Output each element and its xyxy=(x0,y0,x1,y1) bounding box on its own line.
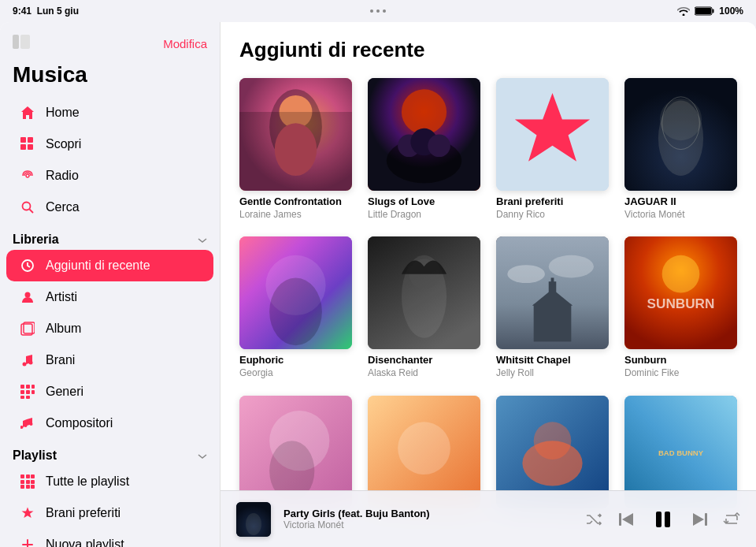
next-button[interactable] xyxy=(690,512,707,527)
artisti-label: Artisti xyxy=(46,290,77,304)
playlist-section-header[interactable]: Playlist xyxy=(0,439,220,466)
brani-preferiti-label: Brani preferiti xyxy=(46,506,120,520)
app-container: Modifica Musica Home Scopri xyxy=(0,22,756,547)
tutte-playlist-icon xyxy=(19,473,36,490)
brani-icon xyxy=(19,352,36,369)
sidebar-nav-home[interactable]: Home xyxy=(6,97,213,128)
prev-button[interactable] xyxy=(619,512,636,527)
sidebar-item-artisti[interactable]: Artisti xyxy=(6,281,213,313)
svg-rect-38 xyxy=(27,539,28,547)
album-title-disenchanter: Disenchanter xyxy=(368,354,480,367)
player-controls xyxy=(586,508,740,530)
radio-label: Radio xyxy=(46,169,79,183)
now-playing-info: Party Girls (feat. Buju Banton) Victoria… xyxy=(284,508,573,530)
svg-rect-19 xyxy=(26,385,30,389)
artisti-icon xyxy=(19,288,36,306)
sidebar-item-tutte-playlist[interactable]: Tutte le playlist xyxy=(6,466,213,497)
sidebar-nav-scopri[interactable]: Scopri xyxy=(6,128,213,160)
libreria-section-header[interactable]: Libreria xyxy=(0,223,220,250)
sidebar-nav-radio[interactable]: Radio xyxy=(6,160,213,192)
wifi-icon xyxy=(677,6,690,16)
svg-rect-36 xyxy=(26,485,30,489)
sidebar-header: Modifica xyxy=(0,35,220,59)
sidebar-item-brani-preferiti[interactable]: Brani preferiti xyxy=(6,497,213,529)
shuffle-button[interactable] xyxy=(586,512,603,527)
svg-rect-3 xyxy=(13,35,19,49)
playlist-title: Playlist xyxy=(13,448,57,463)
cerca-label: Cerca xyxy=(46,200,80,214)
svg-rect-21 xyxy=(20,390,24,394)
svg-rect-20 xyxy=(32,385,35,389)
pause-button[interactable] xyxy=(652,508,674,530)
cerca-icon xyxy=(19,199,36,216)
album-cover-disenchanter xyxy=(368,236,480,349)
playlist-chevron xyxy=(198,449,207,462)
svg-rect-85 xyxy=(619,513,621,526)
svg-rect-39 xyxy=(22,544,33,545)
svg-point-17 xyxy=(29,361,33,365)
svg-rect-7 xyxy=(20,144,26,150)
album-artist-disenchanter: Alaska Reid xyxy=(368,367,480,380)
radio-icon xyxy=(19,167,36,184)
svg-point-42 xyxy=(280,95,313,128)
svg-text:SUNBURN: SUNBURN xyxy=(647,296,715,311)
album-cover-brani-preferiti xyxy=(496,78,609,191)
sidebar-item-compositori[interactable]: Compositori xyxy=(6,407,213,439)
album-cover-gentle-confrontation xyxy=(239,78,352,191)
svg-rect-24 xyxy=(20,396,24,399)
svg-point-83 xyxy=(246,513,261,535)
svg-rect-89 xyxy=(705,513,707,526)
brani-label: Brani xyxy=(46,353,75,367)
svg-point-58 xyxy=(269,278,322,346)
status-right: 100% xyxy=(677,6,743,17)
plus-icon xyxy=(19,536,36,547)
svg-rect-34 xyxy=(31,480,35,484)
svg-rect-31 xyxy=(31,474,35,478)
album-artist-slugs-of-love: Little Dragon xyxy=(368,209,480,221)
now-playing-artist: Victoria Monét xyxy=(284,519,573,530)
album-whitsitt-chapel[interactable]: Whitsitt Chapel Jelly Roll xyxy=(496,236,609,379)
now-playing-album-art[interactable] xyxy=(236,502,271,537)
album-cover-euphoric xyxy=(239,236,352,349)
album-slugs-of-love[interactable]: Slugs of Love Little Dragon xyxy=(368,78,480,221)
svg-point-10 xyxy=(23,203,31,210)
sidebar-item-nuova-playlist[interactable]: Nuova playlist xyxy=(6,529,213,547)
nuova-playlist-label: Nuova playlist xyxy=(46,538,124,547)
album-title-jaguar-ii: JAGUAR II xyxy=(624,195,737,209)
svg-point-16 xyxy=(23,363,27,367)
svg-rect-5 xyxy=(20,137,26,143)
home-icon xyxy=(19,104,36,121)
sidebar-toggle-icon[interactable] xyxy=(13,35,30,53)
svg-rect-68 xyxy=(551,278,554,286)
svg-rect-29 xyxy=(20,474,24,478)
scopri-label: Scopri xyxy=(46,137,81,151)
album-cover-jaguar-ii xyxy=(624,78,737,191)
album-gentle-confrontation[interactable]: Gentle Confrontation Loraine James xyxy=(239,78,352,221)
album-jaguar-ii[interactable]: JAGUAR II Victoria Monét xyxy=(624,78,737,221)
now-playing-bar: Party Girls (feat. Buju Banton) Victoria… xyxy=(220,490,756,547)
album-cover-slugs-of-love xyxy=(368,78,480,191)
album-euphoric[interactable]: Euphoric Georgia xyxy=(239,236,352,379)
sidebar-item-album[interactable]: Album xyxy=(6,313,213,344)
sidebar-item-generi[interactable]: Generi xyxy=(6,376,213,407)
svg-line-11 xyxy=(30,210,34,214)
svg-rect-32 xyxy=(20,480,24,484)
album-brani-preferiti[interactable]: Brani preferiti Danny Rico xyxy=(496,78,609,221)
modify-button[interactable]: Modifica xyxy=(163,37,207,50)
album-artist-euphoric: Georgia xyxy=(239,367,352,380)
generi-label: Generi xyxy=(46,385,83,399)
album-artist-jaguar-ii: Victoria Monét xyxy=(624,209,737,221)
home-label: Home xyxy=(46,106,80,120)
sidebar-nav-cerca[interactable]: Cerca xyxy=(6,192,213,223)
main-title: Aggiunti di recente xyxy=(239,38,737,62)
status-bar: 9:41 Lun 5 giu 100% xyxy=(0,0,756,22)
repeat-button[interactable] xyxy=(723,512,740,527)
sidebar-item-brani[interactable]: Brani xyxy=(6,344,213,376)
album-title-whitsitt-chapel: Whitsitt Chapel xyxy=(496,354,609,367)
svg-rect-65 xyxy=(534,304,572,342)
album-disenchanter[interactable]: Disenchanter Alaska Reid xyxy=(368,236,480,379)
album-sunburn[interactable]: SUNBURN Sunburn Dominic Fike xyxy=(624,236,737,379)
main-content: Aggiunti di recente xyxy=(220,22,756,547)
sidebar-item-aggiunti-recente[interactable]: Aggiunti di recente xyxy=(6,250,213,281)
album-label: Album xyxy=(46,322,81,336)
